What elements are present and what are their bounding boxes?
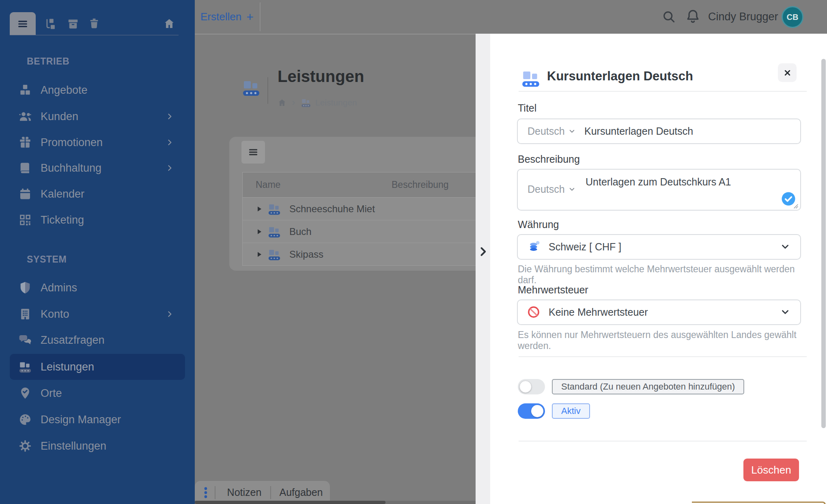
- sidebar-item-label: Admins: [41, 275, 77, 301]
- breadcrumb-current[interactable]: Leistungen: [315, 98, 357, 108]
- sidebar-item-kalender[interactable]: Kalender: [10, 181, 185, 207]
- standard-toggle[interactable]: [518, 379, 545, 394]
- sidebar-item-ticketing[interactable]: Ticketing: [10, 207, 185, 233]
- create-tab[interactable]: Erstellen +: [200, 0, 254, 34]
- aktiv-toggle[interactable]: [518, 403, 545, 419]
- page-title: Leistungen: [278, 67, 364, 86]
- users-icon: [18, 110, 32, 123]
- conveyor-icon: [18, 360, 32, 374]
- shield-icon: [18, 281, 32, 295]
- vertical-scrollbar-thumb[interactable]: [821, 59, 826, 428]
- sidebar-section-system: SYSTEM: [27, 254, 67, 265]
- plus-icon: +: [246, 11, 254, 23]
- chat-bubbles-icon: [18, 333, 32, 347]
- building-icon: [18, 307, 32, 321]
- table-header-row: Name Beschreibung: [242, 172, 505, 198]
- tree-icon[interactable]: [44, 18, 56, 30]
- chevron-down-icon[interactable]: [780, 241, 790, 252]
- standard-chip[interactable]: Standard (Zu neuen Angeboten hinzufügen): [552, 379, 744, 394]
- table-row[interactable]: Buch: [242, 220, 505, 243]
- sidebar-item-label: Angebote: [41, 77, 88, 103]
- sidebar-item-label: Orte: [41, 380, 62, 406]
- avatar[interactable]: CB: [782, 6, 803, 28]
- delete-button[interactable]: Löschen: [743, 459, 799, 481]
- sidebar-item-orte[interactable]: Orte: [10, 380, 185, 406]
- sidebar-item-label: Kalender: [41, 181, 84, 207]
- breadcrumb: Leistungen: [278, 97, 357, 109]
- sidebar-item-admins[interactable]: Admins: [10, 275, 185, 301]
- sidebar-item-design-manager[interactable]: Design Manager: [10, 407, 185, 433]
- sidebar-item-label: Zusatzfragen: [41, 327, 105, 353]
- chevron-down-icon[interactable]: [780, 307, 790, 317]
- palette-icon: [18, 413, 32, 426]
- aktiv-chip[interactable]: Aktiv: [552, 403, 590, 419]
- search-icon[interactable]: [661, 9, 676, 24]
- sidebar-item-konto[interactable]: Konto: [10, 301, 185, 327]
- sidebar-item-label: Promotionen: [41, 129, 103, 155]
- row-name: Skipass: [289, 243, 323, 265]
- close-icon: [783, 69, 792, 77]
- column-header-beschreibung[interactable]: Beschreibung: [392, 172, 449, 197]
- sidebar-item-promotionen[interactable]: Promotionen: [10, 129, 185, 155]
- sidebar-item-label: Leistungen: [41, 354, 94, 380]
- mehrwertsteuer-help-text: Es können nur Mehrwertsteuern des ausgew…: [518, 330, 808, 351]
- page-header-divider: [267, 77, 268, 104]
- field-label-titel: Titel: [518, 102, 536, 114]
- gear-icon: [18, 439, 32, 453]
- menu-icon: [248, 147, 258, 157]
- chevron-right-icon: [166, 138, 174, 146]
- sidebar-item-label: Design Manager: [41, 407, 121, 433]
- row-name: Schneeschuhe Miet: [289, 198, 375, 220]
- resize-grip-icon[interactable]: [791, 202, 799, 209]
- bell-icon[interactable]: [685, 9, 701, 24]
- sidebar-item-zusatzfragen[interactable]: Zusatzfragen: [10, 327, 185, 353]
- horizontal-scrollbar-thumb[interactable]: [195, 501, 386, 504]
- field-label-mehrwertsteuer: Mehrwertsteuer: [518, 284, 588, 296]
- avatar-initials: CB: [787, 13, 799, 22]
- qr-code-icon: [18, 213, 32, 227]
- language-selector[interactable]: Deutsch: [528, 118, 576, 144]
- sidebar-item-buchhaltung[interactable]: Buchhaltung: [10, 155, 185, 181]
- sidebar-item-einstellungen[interactable]: Einstellungen: [10, 433, 185, 459]
- home-icon[interactable]: [163, 17, 175, 30]
- sidebar-toolbar-divider: [10, 35, 179, 35]
- user-name[interactable]: Cindy Brugger: [708, 0, 778, 34]
- table-menu-button[interactable]: [241, 141, 265, 164]
- language-label: Deutsch: [528, 183, 565, 195]
- close-button[interactable]: [778, 63, 797, 82]
- bottom-bar-divider: [270, 486, 271, 499]
- sidebar-item-label: Konto: [41, 301, 69, 327]
- coins-icon: [528, 240, 541, 254]
- sidebar-section-betrieb: BETRIEB: [27, 56, 69, 67]
- archive-icon[interactable]: [67, 18, 79, 30]
- cubes-icon: [18, 83, 32, 97]
- sidebar-item-leistungen[interactable]: Leistungen: [10, 354, 185, 380]
- mehrwertsteuer-value: Keine Mehrwertsteuer: [549, 299, 648, 325]
- trash-icon[interactable]: [88, 17, 100, 30]
- language-selector[interactable]: Deutsch: [528, 181, 576, 197]
- expand-triangle-icon[interactable]: [258, 229, 261, 234]
- field-label-beschreibung: Beschreibung: [518, 153, 580, 165]
- table-row[interactable]: Skipass: [242, 243, 505, 266]
- titel-value[interactable]: Kursunterlagen Deutsch: [584, 118, 693, 144]
- field-label-waehrung: Währung: [518, 219, 559, 230]
- expand-triangle-icon[interactable]: [258, 252, 261, 257]
- drawer-collapse-rail: [476, 34, 490, 504]
- book-icon: [18, 161, 32, 175]
- drawer-collapse-chevron-icon[interactable]: [477, 245, 489, 258]
- waehrung-help-text: Die Währung bestimmt welche Mehrwertsteu…: [518, 264, 808, 286]
- column-header-name[interactable]: Name: [256, 172, 280, 197]
- sidebar-item-label: Einstellungen: [41, 433, 106, 459]
- home-icon[interactable]: [278, 98, 286, 107]
- chevron-right-icon: [166, 112, 174, 121]
- conveyor-icon: [267, 225, 281, 239]
- sidebar-item-angebote[interactable]: Angebote: [10, 77, 185, 103]
- dots-vertical-icon[interactable]: [204, 487, 208, 498]
- expand-triangle-icon[interactable]: [258, 207, 261, 211]
- sidebar-item-label: Buchhaltung: [41, 155, 101, 181]
- sidebar-menu-button[interactable]: [10, 12, 36, 35]
- beschreibung-value[interactable]: Unterlagen zum Deutschkurs A1: [586, 176, 731, 188]
- drawer-divider: [519, 91, 807, 92]
- sidebar-item-kunden[interactable]: Kunden: [10, 103, 185, 129]
- table-row[interactable]: Schneeschuhe Miet: [242, 198, 505, 220]
